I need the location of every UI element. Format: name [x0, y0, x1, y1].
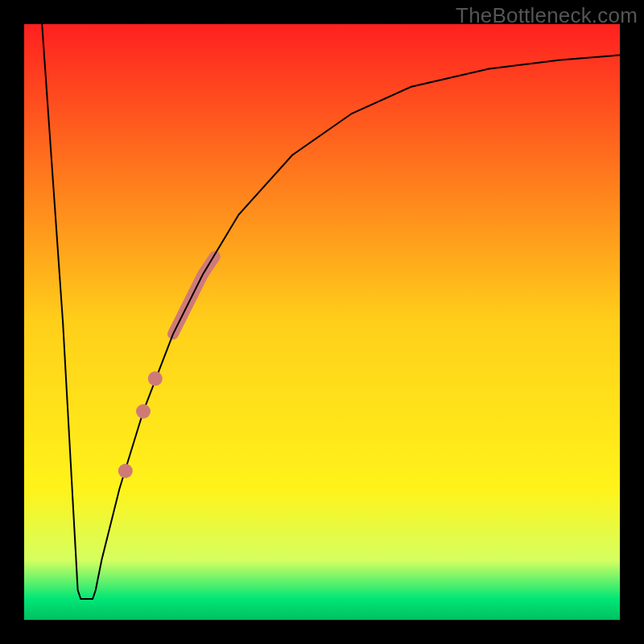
dots-point [118, 464, 133, 478]
dots-point [136, 404, 151, 419]
dots-point [148, 371, 163, 386]
chart-frame: TheBottleneck.com [0, 0, 644, 644]
chart-background [24, 24, 620, 620]
chart-plot [24, 24, 620, 620]
